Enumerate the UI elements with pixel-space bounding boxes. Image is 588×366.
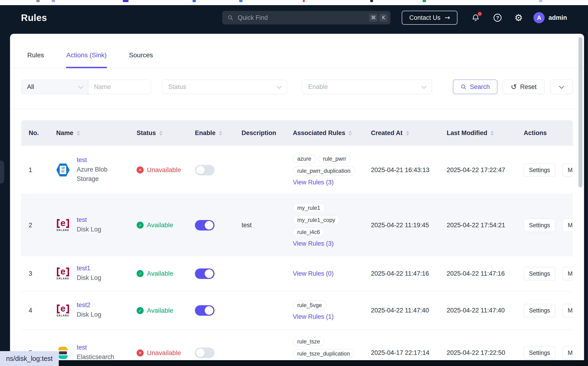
status-filter-select[interactable]: Status [162, 80, 287, 94]
erlang-disk-log-icon: e ERLANG [56, 304, 70, 317]
sort-icon[interactable] [219, 131, 222, 136]
action-name-link[interactable]: test [77, 216, 101, 223]
cell-name: 1001 e ERLANG test Elasticsearch [49, 330, 129, 360]
row-more-button[interactable]: More [562, 163, 573, 177]
row-settings-button[interactable]: Settings [524, 163, 555, 177]
cell-associated-rules: rule_tszerule_tsze_duplication View Rule… [285, 330, 364, 360]
enable-toggle[interactable] [195, 305, 215, 316]
status-icon: ✓ [137, 307, 144, 314]
row-more-button[interactable]: More [562, 346, 573, 359]
chevron-down-icon [559, 84, 564, 88]
azure-blob-storage-icon: 1001 [56, 163, 70, 177]
action-name-link[interactable]: test [77, 156, 129, 164]
search-button[interactable]: Search [453, 80, 497, 94]
action-name-link[interactable]: test [77, 344, 114, 351]
name-filter-group: All [21, 80, 151, 94]
sort-icon[interactable] [159, 131, 162, 136]
row-settings-button[interactable]: Settings [524, 267, 555, 280]
favicon [36, 0, 40, 2]
reset-button[interactable]: ↺ Reset [503, 80, 545, 94]
cell-status: ✓ Available [129, 194, 187, 256]
status-icon: ✕ [137, 350, 144, 357]
quick-find-search[interactable]: ⌘ K [222, 11, 390, 24]
column-header[interactable]: Name [49, 120, 129, 146]
filter-type-select[interactable]: All [21, 80, 88, 94]
cell-associated-rules: azurerule_pwrrrule_pwrr_duplication View… [285, 146, 364, 194]
enable-filter-select[interactable]: Enable [302, 80, 432, 94]
row-more-button[interactable]: More [562, 304, 573, 317]
action-name-link[interactable]: test1 [77, 265, 101, 272]
column-header[interactable]: No. [21, 120, 49, 146]
action-type-label: Elasticsearch [77, 352, 114, 360]
row-more-button[interactable]: More [562, 267, 573, 280]
cell-status: ✓ Available [129, 256, 187, 291]
drawer-handle[interactable] [0, 161, 4, 183]
rule-tags: my_rule1my_rule1_copyrule_i4c6 [293, 203, 363, 237]
collapse-filters-button[interactable] [550, 80, 573, 94]
enable-toggle[interactable] [195, 220, 215, 230]
rule-tag: my_rule1_copy [293, 215, 340, 225]
favicon [303, 0, 305, 2]
column-header[interactable]: Last Modified [439, 120, 516, 146]
cell-associated-rules: my_rule1my_rule1_copyrule_i4c6 View Rule… [285, 194, 364, 256]
username[interactable]: admin [548, 14, 567, 21]
cell-actions: Settings More [516, 146, 573, 194]
view-rules-link[interactable]: View Rules (3) [293, 240, 334, 247]
contact-us-button[interactable]: Contact Us → [402, 11, 457, 25]
rule-tag: azure [293, 154, 316, 163]
rule-tags: azurerule_pwrrrule_pwrr_duplication [293, 154, 363, 175]
reset-icon: ↺ [511, 83, 517, 91]
tab[interactable]: Sources [128, 45, 153, 68]
tab[interactable]: Actions (Sink) [66, 45, 107, 68]
column-header[interactable]: Enable [187, 120, 234, 146]
view-rules-link[interactable]: View Rules (1) [293, 313, 334, 320]
column-header[interactable]: Status [129, 120, 187, 146]
cell-description: test [234, 194, 285, 256]
cell-no: 2 [21, 194, 49, 256]
avatar[interactable]: A [533, 12, 545, 23]
name-filter-input[interactable] [88, 80, 151, 94]
sort-icon[interactable] [349, 131, 352, 136]
notification-badge [478, 12, 482, 16]
row-more-button[interactable]: More [562, 219, 573, 232]
row-settings-button[interactable]: Settings [524, 219, 555, 232]
vertical-scrollbar[interactable] [579, 37, 582, 187]
cell-name: 1001 e ERLANG test2 Disk Log [49, 291, 129, 330]
table-row: 1 1001 e ERLANG test Azure Blob Storage … [21, 146, 573, 194]
link-preview-statusbar: ns/disk_log:test [0, 351, 59, 366]
cell-created-at: 2025-04-22 11:19:45 [364, 194, 439, 256]
search-input[interactable] [237, 14, 367, 22]
enable-toggle[interactable] [195, 348, 215, 358]
notifications-button[interactable] [470, 13, 481, 23]
settings-button-top[interactable]: ⚙ [513, 13, 524, 23]
view-rules-link[interactable]: View Rules (0) [293, 270, 334, 277]
help-button[interactable]: ? [493, 13, 503, 23]
chevron-down-icon [421, 84, 426, 88]
favicon [239, 0, 242, 2]
status-filter-placeholder: Status [168, 83, 186, 91]
action-name-link[interactable]: test2 [77, 302, 101, 309]
sort-icon[interactable] [406, 131, 409, 136]
column-header[interactable]: Actions [516, 120, 573, 146]
cell-last-modified: 2025-04-22 11:47:16 [439, 256, 516, 291]
kbd-k: K [379, 14, 388, 22]
rule-tag: rule_tsze [293, 337, 324, 346]
sort-icon[interactable] [77, 131, 80, 136]
cell-actions: Settings More [516, 291, 573, 330]
cell-status: ✕ Unavailable [129, 146, 187, 194]
sort-icon[interactable] [491, 131, 494, 136]
column-header-label: Created At [371, 130, 403, 137]
column-header[interactable]: Associated Rules [285, 120, 364, 146]
view-rules-link[interactable]: View Rules (3) [293, 179, 334, 186]
column-header[interactable]: Created At [364, 120, 439, 146]
enable-toggle[interactable] [195, 268, 215, 279]
chevron-down-icon [78, 84, 83, 88]
row-settings-button[interactable]: Settings [524, 346, 555, 359]
column-header[interactable]: Description [234, 120, 285, 146]
cell-associated-rules: View Rules (0) [285, 256, 364, 291]
column-header-label: Description [242, 130, 276, 137]
enable-toggle[interactable] [195, 165, 215, 175]
tab[interactable]: Rules [27, 45, 45, 68]
row-settings-button[interactable]: Settings [524, 304, 555, 317]
table-header-row: No. Name Status Enable Description Assoc… [21, 120, 573, 146]
